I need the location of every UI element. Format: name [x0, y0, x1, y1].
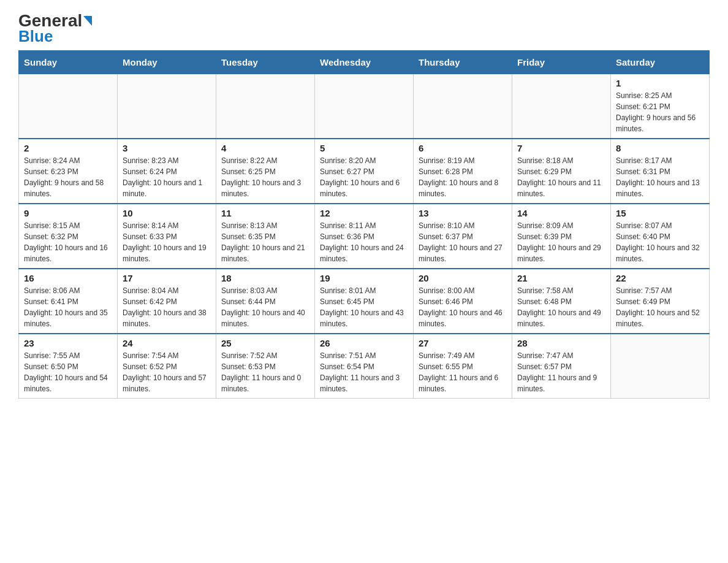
calendar-cell [216, 74, 315, 139]
day-info: Sunrise: 8:00 AM Sunset: 6:46 PM Dayligh… [419, 285, 507, 329]
calendar-cell: 13Sunrise: 8:10 AM Sunset: 6:37 PM Dayli… [414, 204, 512, 269]
day-info: Sunrise: 8:23 AM Sunset: 6:24 PM Dayligh… [123, 155, 211, 199]
day-info: Sunrise: 7:52 AM Sunset: 6:53 PM Dayligh… [221, 350, 309, 394]
calendar-cell [19, 74, 118, 139]
day-number: 10 [123, 208, 211, 218]
day-info: Sunrise: 8:15 AM Sunset: 6:32 PM Dayligh… [24, 220, 112, 264]
calendar-cell: 28Sunrise: 7:47 AM Sunset: 6:57 PM Dayli… [512, 334, 611, 399]
day-info: Sunrise: 8:07 AM Sunset: 6:40 PM Dayligh… [616, 220, 704, 264]
day-number: 1 [616, 78, 704, 88]
day-number: 6 [419, 143, 507, 153]
day-number: 17 [123, 273, 211, 283]
calendar-cell: 18Sunrise: 8:03 AM Sunset: 6:44 PM Dayli… [216, 269, 315, 334]
calendar-cell: 15Sunrise: 8:07 AM Sunset: 6:40 PM Dayli… [611, 204, 710, 269]
day-number: 14 [517, 208, 605, 218]
day-info: Sunrise: 8:09 AM Sunset: 6:39 PM Dayligh… [517, 220, 605, 264]
calendar-cell: 24Sunrise: 7:54 AM Sunset: 6:52 PM Dayli… [118, 334, 216, 399]
day-info: Sunrise: 8:11 AM Sunset: 6:36 PM Dayligh… [320, 220, 408, 264]
calendar-cell: 4Sunrise: 8:22 AM Sunset: 6:25 PM Daylig… [216, 139, 315, 204]
calendar-week-row: 2Sunrise: 8:24 AM Sunset: 6:23 PM Daylig… [19, 139, 710, 204]
calendar-week-row: 23Sunrise: 7:55 AM Sunset: 6:50 PM Dayli… [19, 334, 710, 399]
calendar-cell: 22Sunrise: 7:57 AM Sunset: 6:49 PM Dayli… [611, 269, 710, 334]
calendar-header-row: SundayMondayTuesdayWednesdayThursdayFrid… [19, 51, 710, 74]
day-number: 19 [320, 273, 408, 283]
day-info: Sunrise: 8:03 AM Sunset: 6:44 PM Dayligh… [221, 285, 309, 329]
calendar-cell [512, 74, 611, 139]
day-info: Sunrise: 7:54 AM Sunset: 6:52 PM Dayligh… [123, 350, 211, 394]
calendar-week-row: 16Sunrise: 8:06 AM Sunset: 6:41 PM Dayli… [19, 269, 710, 334]
weekday-header-monday: Monday [118, 51, 216, 74]
calendar-cell: 19Sunrise: 8:01 AM Sunset: 6:45 PM Dayli… [315, 269, 414, 334]
day-number: 24 [123, 338, 211, 348]
calendar-week-row: 1Sunrise: 8:25 AM Sunset: 6:21 PM Daylig… [19, 74, 710, 139]
calendar-cell: 9Sunrise: 8:15 AM Sunset: 6:32 PM Daylig… [19, 204, 118, 269]
calendar-cell: 1Sunrise: 8:25 AM Sunset: 6:21 PM Daylig… [611, 74, 710, 139]
weekday-header-saturday: Saturday [611, 51, 710, 74]
day-info: Sunrise: 8:20 AM Sunset: 6:27 PM Dayligh… [320, 155, 408, 199]
day-number: 4 [221, 143, 309, 153]
day-number: 25 [221, 338, 309, 348]
day-info: Sunrise: 7:57 AM Sunset: 6:49 PM Dayligh… [616, 285, 704, 329]
day-number: 26 [320, 338, 408, 348]
calendar-cell: 11Sunrise: 8:13 AM Sunset: 6:35 PM Dayli… [216, 204, 315, 269]
day-number: 20 [419, 273, 507, 283]
weekday-header-friday: Friday [512, 51, 611, 74]
day-number: 7 [517, 143, 605, 153]
calendar-cell: 8Sunrise: 8:17 AM Sunset: 6:31 PM Daylig… [611, 139, 710, 204]
day-number: 9 [24, 208, 112, 218]
calendar-cell: 26Sunrise: 7:51 AM Sunset: 6:54 PM Dayli… [315, 334, 414, 399]
calendar-cell: 2Sunrise: 8:24 AM Sunset: 6:23 PM Daylig… [19, 139, 118, 204]
day-info: Sunrise: 8:10 AM Sunset: 6:37 PM Dayligh… [419, 220, 507, 264]
calendar-cell: 7Sunrise: 8:18 AM Sunset: 6:29 PM Daylig… [512, 139, 611, 204]
day-number: 2 [24, 143, 112, 153]
logo-arrow-icon [83, 16, 92, 26]
calendar-cell: 21Sunrise: 7:58 AM Sunset: 6:48 PM Dayli… [512, 269, 611, 334]
day-number: 22 [616, 273, 704, 283]
calendar-cell [118, 74, 216, 139]
day-info: Sunrise: 8:25 AM Sunset: 6:21 PM Dayligh… [616, 90, 704, 134]
day-number: 3 [123, 143, 211, 153]
day-number: 12 [320, 208, 408, 218]
logo: General Blue [18, 12, 92, 44]
calendar-cell: 5Sunrise: 8:20 AM Sunset: 6:27 PM Daylig… [315, 139, 414, 204]
day-info: Sunrise: 8:22 AM Sunset: 6:25 PM Dayligh… [221, 155, 309, 199]
calendar-cell: 16Sunrise: 8:06 AM Sunset: 6:41 PM Dayli… [19, 269, 118, 334]
calendar-cell [611, 334, 710, 399]
day-number: 21 [517, 273, 605, 283]
calendar-cell: 23Sunrise: 7:55 AM Sunset: 6:50 PM Dayli… [19, 334, 118, 399]
day-info: Sunrise: 8:13 AM Sunset: 6:35 PM Dayligh… [221, 220, 309, 264]
weekday-header-thursday: Thursday [414, 51, 512, 74]
calendar-cell: 6Sunrise: 8:19 AM Sunset: 6:28 PM Daylig… [414, 139, 512, 204]
day-info: Sunrise: 8:24 AM Sunset: 6:23 PM Dayligh… [24, 155, 112, 199]
calendar-cell: 10Sunrise: 8:14 AM Sunset: 6:33 PM Dayli… [118, 204, 216, 269]
calendar-cell: 25Sunrise: 7:52 AM Sunset: 6:53 PM Dayli… [216, 334, 315, 399]
day-info: Sunrise: 8:19 AM Sunset: 6:28 PM Dayligh… [419, 155, 507, 199]
calendar-cell: 17Sunrise: 8:04 AM Sunset: 6:42 PM Dayli… [118, 269, 216, 334]
calendar-table: SundayMondayTuesdayWednesdayThursdayFrid… [18, 50, 710, 399]
logo-blue-text: Blue [18, 28, 53, 44]
day-number: 8 [616, 143, 704, 153]
day-info: Sunrise: 8:01 AM Sunset: 6:45 PM Dayligh… [320, 285, 408, 329]
day-number: 27 [419, 338, 507, 348]
day-number: 5 [320, 143, 408, 153]
weekday-header-wednesday: Wednesday [315, 51, 414, 74]
calendar-cell [414, 74, 512, 139]
day-info: Sunrise: 7:47 AM Sunset: 6:57 PM Dayligh… [517, 350, 605, 394]
weekday-header-sunday: Sunday [19, 51, 118, 74]
calendar-cell: 12Sunrise: 8:11 AM Sunset: 6:36 PM Dayli… [315, 204, 414, 269]
calendar-cell: 20Sunrise: 8:00 AM Sunset: 6:46 PM Dayli… [414, 269, 512, 334]
page-header: General Blue [18, 12, 710, 44]
day-info: Sunrise: 8:04 AM Sunset: 6:42 PM Dayligh… [123, 285, 211, 329]
day-number: 18 [221, 273, 309, 283]
day-info: Sunrise: 8:18 AM Sunset: 6:29 PM Dayligh… [517, 155, 605, 199]
day-number: 15 [616, 208, 704, 218]
day-number: 13 [419, 208, 507, 218]
day-info: Sunrise: 7:58 AM Sunset: 6:48 PM Dayligh… [517, 285, 605, 329]
day-number: 16 [24, 273, 112, 283]
calendar-cell: 27Sunrise: 7:49 AM Sunset: 6:55 PM Dayli… [414, 334, 512, 399]
day-info: Sunrise: 8:17 AM Sunset: 6:31 PM Dayligh… [616, 155, 704, 199]
calendar-cell: 14Sunrise: 8:09 AM Sunset: 6:39 PM Dayli… [512, 204, 611, 269]
calendar-cell [315, 74, 414, 139]
day-info: Sunrise: 8:14 AM Sunset: 6:33 PM Dayligh… [123, 220, 211, 264]
day-number: 11 [221, 208, 309, 218]
